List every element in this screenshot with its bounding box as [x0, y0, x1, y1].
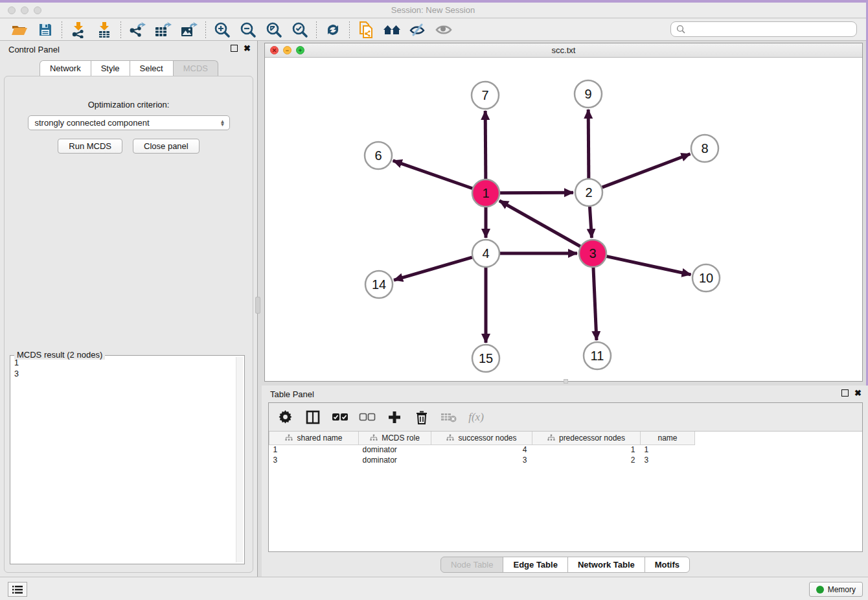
- zoom-out-button[interactable]: [235, 20, 261, 40]
- tab-node-table[interactable]: Node Table: [440, 557, 504, 573]
- close-panel-button[interactable]: Close panel: [133, 139, 200, 154]
- cell[interactable]: 3: [269, 455, 359, 465]
- cell[interactable]: 1: [269, 444, 359, 455]
- hide-selected-button[interactable]: [405, 20, 431, 40]
- tab-style[interactable]: Style: [91, 60, 130, 76]
- float-table-panel-icon[interactable]: [841, 389, 849, 397]
- tab-select[interactable]: Select: [130, 60, 174, 76]
- delete-table-button[interactable]: [440, 408, 458, 427]
- show-all-icon: [435, 22, 453, 38]
- gear-button[interactable]: [277, 408, 295, 427]
- export-network-button[interactable]: [124, 20, 150, 40]
- save-session-button[interactable]: [32, 20, 58, 40]
- node-14[interactable]: 14: [365, 271, 393, 298]
- zoom-selected-icon: [291, 21, 308, 38]
- tab-motifs[interactable]: Motifs: [645, 557, 690, 573]
- select-all-button[interactable]: [331, 408, 349, 427]
- node-8[interactable]: 8: [691, 135, 718, 162]
- cell[interactable]: dominator: [359, 455, 431, 465]
- node-11[interactable]: 11: [584, 342, 611, 369]
- deselect-all-button[interactable]: [358, 408, 376, 427]
- columns-button[interactable]: [304, 408, 322, 427]
- first-neighbors-button[interactable]: [379, 20, 405, 40]
- dropdown-stepper-icon: ▲▼: [220, 120, 225, 126]
- node-3[interactable]: 3: [579, 240, 606, 267]
- cell[interactable]: 3: [641, 455, 695, 465]
- delete-icon: [415, 410, 428, 425]
- zoom-fit-icon: [266, 21, 282, 38]
- tab-network[interactable]: Network: [40, 60, 91, 76]
- optimization-dropdown[interactable]: strongly connected component ▲▼: [28, 115, 230, 130]
- zoom-selected-button[interactable]: [287, 20, 313, 40]
- show-all-button[interactable]: [431, 20, 457, 40]
- cell[interactable]: dominator: [359, 444, 431, 455]
- cell[interactable]: 4: [431, 444, 532, 455]
- open-session-button[interactable]: [6, 20, 32, 40]
- task-list-icon: [12, 585, 23, 594]
- refresh-button[interactable]: [320, 20, 346, 40]
- edge-3-11[interactable]: [593, 268, 597, 340]
- zoom-in-button[interactable]: [209, 20, 235, 40]
- edge-2-9[interactable]: [588, 110, 589, 178]
- task-history-button[interactable]: [8, 582, 27, 597]
- window-resize-grip[interactable]: [564, 379, 568, 384]
- float-panel-icon[interactable]: [231, 45, 238, 52]
- node-15[interactable]: 15: [472, 345, 499, 372]
- node-7[interactable]: 7: [472, 82, 499, 109]
- cell[interactable]: 1: [641, 444, 695, 455]
- edge-1-2[interactable]: [500, 192, 573, 193]
- tab-edge-table[interactable]: Edge Table: [503, 557, 567, 573]
- close-table-panel-icon[interactable]: ✖: [854, 389, 862, 397]
- delete-button[interactable]: [413, 408, 431, 427]
- network-window-titlebar[interactable]: ✕ − + scc.txt: [265, 43, 862, 58]
- run-mcds-button[interactable]: Run MCDS: [58, 139, 122, 154]
- main-toolbar: [0, 19, 866, 41]
- node-9[interactable]: 9: [575, 80, 602, 108]
- export-table-icon: [154, 21, 172, 38]
- column-header-MCDS-role[interactable]: MCDS role: [359, 432, 431, 444]
- function-builder-button[interactable]: f(x): [467, 408, 485, 427]
- node-10[interactable]: 10: [692, 264, 720, 292]
- edge-1-6[interactable]: [393, 161, 473, 189]
- export-table-button[interactable]: [150, 20, 176, 40]
- add-button[interactable]: [385, 408, 404, 427]
- edge-1-7[interactable]: [485, 111, 486, 179]
- cell[interactable]: 3: [431, 455, 532, 465]
- export-image-button[interactable]: [176, 20, 202, 40]
- node-6[interactable]: 6: [365, 142, 392, 169]
- cell[interactable]: 1: [532, 444, 641, 455]
- node-4[interactable]: 4: [472, 240, 499, 267]
- tab-network-table[interactable]: Network Table: [567, 557, 645, 573]
- table-row[interactable]: 1dominator411: [269, 444, 695, 455]
- edge-2-8[interactable]: [602, 154, 691, 188]
- import-table-button[interactable]: [91, 20, 117, 40]
- edge-3-1[interactable]: [499, 201, 580, 246]
- column-header-predecessor-nodes[interactable]: predecessor nodes: [532, 432, 641, 444]
- panel-splitter-grip[interactable]: [255, 297, 260, 314]
- memory-button[interactable]: Memory: [809, 582, 863, 597]
- close-panel-icon[interactable]: ✖: [244, 45, 251, 52]
- edge-4-14[interactable]: [394, 257, 472, 280]
- search-field[interactable]: [670, 21, 857, 37]
- node-2[interactable]: 2: [575, 179, 602, 206]
- network-canvas[interactable]: 7968124314101511: [265, 58, 862, 381]
- svg-text:2: 2: [585, 185, 592, 200]
- column-header-name[interactable]: name: [641, 432, 695, 444]
- table-row[interactable]: 3dominator323: [269, 455, 695, 465]
- svg-text:14: 14: [372, 277, 386, 292]
- node-table[interactable]: shared nameMCDS rolesuccessor nodesprede…: [269, 432, 695, 465]
- edge-3-10[interactable]: [606, 257, 691, 275]
- graph-svg: 7968124314101511: [265, 58, 862, 381]
- search-input[interactable]: [690, 25, 851, 34]
- node-1[interactable]: 1: [472, 179, 499, 207]
- cell[interactable]: 2: [532, 455, 641, 465]
- zoom-fit-button[interactable]: [261, 20, 287, 40]
- tab-mcds[interactable]: MCDS: [173, 60, 218, 76]
- import-network-button[interactable]: [65, 20, 91, 40]
- result-scrollbar[interactable]: [236, 357, 243, 562]
- edge-2-3[interactable]: [589, 207, 591, 238]
- toolbar-separator: [316, 21, 317, 38]
- column-header-successor-nodes[interactable]: successor nodes: [431, 432, 532, 444]
- new-network-from-selection-button[interactable]: [353, 20, 379, 40]
- column-header-shared-name[interactable]: shared name: [269, 432, 359, 444]
